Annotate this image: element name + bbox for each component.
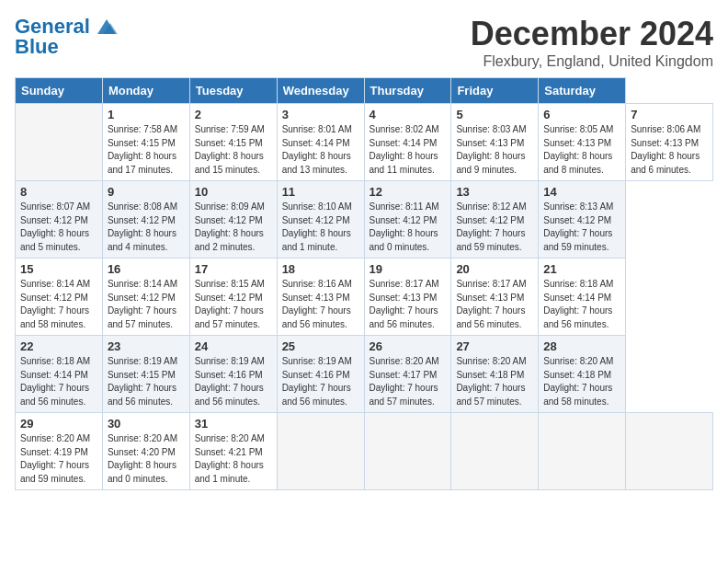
calendar-cell: 2Sunrise: 7:59 AMSunset: 4:15 PMDaylight… bbox=[189, 104, 277, 181]
day-info: Sunrise: 8:17 AMSunset: 4:13 PMDaylight:… bbox=[456, 278, 533, 331]
calendar-cell: 26Sunrise: 8:20 AMSunset: 4:17 PMDayligh… bbox=[364, 336, 451, 413]
day-number: 20 bbox=[456, 262, 533, 276]
day-number: 12 bbox=[370, 185, 447, 199]
calendar-cell: 12Sunrise: 8:11 AMSunset: 4:12 PMDayligh… bbox=[364, 181, 451, 259]
calendar-cell: 7Sunrise: 8:06 AMSunset: 4:13 PMDaylight… bbox=[626, 104, 713, 181]
day-info: Sunrise: 8:05 AMSunset: 4:13 PMDaylight:… bbox=[543, 123, 620, 177]
weekday-header: Monday bbox=[102, 78, 189, 104]
logo: General Blue bbox=[15, 15, 119, 59]
day-info: Sunrise: 8:07 AMSunset: 4:12 PMDaylight:… bbox=[20, 201, 97, 254]
calendar-cell: 27Sunrise: 8:20 AMSunset: 4:18 PMDayligh… bbox=[451, 336, 539, 413]
calendar-cell: 21Sunrise: 8:18 AMSunset: 4:14 PMDayligh… bbox=[539, 259, 626, 336]
calendar-cell: 17Sunrise: 8:15 AMSunset: 4:12 PMDayligh… bbox=[189, 259, 277, 336]
day-info: Sunrise: 8:20 AMSunset: 4:19 PMDaylight:… bbox=[20, 432, 97, 486]
day-number: 9 bbox=[108, 185, 185, 199]
day-info: Sunrise: 8:12 AMSunset: 4:12 PMDaylight:… bbox=[456, 201, 533, 254]
calendar-cell: 6Sunrise: 8:05 AMSunset: 4:13 PMDaylight… bbox=[539, 104, 626, 181]
calendar-cell: 8Sunrise: 8:07 AMSunset: 4:12 PMDaylight… bbox=[16, 181, 103, 259]
calendar-cell: 3Sunrise: 8:01 AMSunset: 4:14 PMDaylight… bbox=[277, 104, 364, 181]
calendar-cell: 20Sunrise: 8:17 AMSunset: 4:13 PMDayligh… bbox=[451, 259, 539, 336]
day-number: 21 bbox=[543, 262, 620, 276]
title-block: December 2024 Flexbury, England, United … bbox=[471, 15, 713, 70]
day-info: Sunrise: 8:08 AMSunset: 4:12 PMDaylight:… bbox=[108, 201, 185, 254]
weekday-header: Saturday bbox=[539, 78, 626, 104]
day-number: 28 bbox=[543, 339, 620, 353]
calendar-cell: 16Sunrise: 8:14 AMSunset: 4:12 PMDayligh… bbox=[102, 259, 189, 336]
day-number: 6 bbox=[543, 108, 620, 121]
day-info: Sunrise: 8:19 AMSunset: 4:16 PMDaylight:… bbox=[282, 355, 359, 408]
calendar-cell: 28Sunrise: 8:20 AMSunset: 4:18 PMDayligh… bbox=[539, 336, 626, 413]
empty-cell bbox=[16, 104, 103, 181]
weekday-header: Tuesday bbox=[189, 78, 277, 104]
day-info: Sunrise: 8:11 AMSunset: 4:12 PMDaylight:… bbox=[370, 201, 447, 254]
calendar-cell: 1Sunrise: 7:58 AMSunset: 4:15 PMDaylight… bbox=[102, 104, 189, 181]
calendar-cell: 13Sunrise: 8:12 AMSunset: 4:12 PMDayligh… bbox=[451, 181, 539, 259]
calendar-cell bbox=[277, 413, 364, 490]
day-number: 23 bbox=[108, 339, 185, 353]
day-info: Sunrise: 8:20 AMSunset: 4:21 PMDaylight:… bbox=[195, 432, 272, 486]
day-number: 5 bbox=[456, 108, 533, 121]
day-info: Sunrise: 8:16 AMSunset: 4:13 PMDaylight:… bbox=[282, 278, 359, 331]
calendar-cell: 4Sunrise: 8:02 AMSunset: 4:14 PMDaylight… bbox=[364, 104, 451, 181]
calendar-cell bbox=[364, 413, 451, 490]
day-number: 17 bbox=[195, 262, 272, 276]
logo-blue-text: Blue bbox=[15, 35, 59, 59]
calendar-cell: 24Sunrise: 8:19 AMSunset: 4:16 PMDayligh… bbox=[189, 336, 277, 413]
weekday-header: Thursday bbox=[364, 78, 451, 104]
calendar-cell bbox=[626, 413, 713, 490]
day-number: 18 bbox=[282, 262, 359, 276]
calendar-cell: 29Sunrise: 8:20 AMSunset: 4:19 PMDayligh… bbox=[16, 413, 103, 490]
weekday-header: Friday bbox=[451, 78, 539, 104]
calendar-cell: 19Sunrise: 8:17 AMSunset: 4:13 PMDayligh… bbox=[364, 259, 451, 336]
day-info: Sunrise: 8:19 AMSunset: 4:16 PMDaylight:… bbox=[195, 355, 272, 408]
day-info: Sunrise: 8:18 AMSunset: 4:14 PMDaylight:… bbox=[543, 278, 620, 331]
day-number: 11 bbox=[282, 185, 359, 199]
day-info: Sunrise: 7:58 AMSunset: 4:15 PMDaylight:… bbox=[108, 123, 185, 177]
calendar-cell: 22Sunrise: 8:18 AMSunset: 4:14 PMDayligh… bbox=[16, 336, 103, 413]
day-number: 4 bbox=[370, 108, 447, 121]
calendar-cell: 10Sunrise: 8:09 AMSunset: 4:12 PMDayligh… bbox=[189, 181, 277, 259]
day-number: 24 bbox=[195, 339, 272, 353]
day-number: 26 bbox=[370, 339, 447, 353]
day-info: Sunrise: 8:19 AMSunset: 4:15 PMDaylight:… bbox=[108, 355, 185, 408]
day-number: 19 bbox=[370, 262, 447, 276]
day-info: Sunrise: 8:14 AMSunset: 4:12 PMDaylight:… bbox=[20, 278, 97, 331]
calendar-cell bbox=[451, 413, 539, 490]
calendar-table: SundayMondayTuesdayWednesdayThursdayFrid… bbox=[15, 77, 713, 490]
day-info: Sunrise: 8:09 AMSunset: 4:12 PMDaylight:… bbox=[195, 201, 272, 254]
calendar-cell: 9Sunrise: 8:08 AMSunset: 4:12 PMDaylight… bbox=[102, 181, 189, 259]
day-number: 15 bbox=[20, 262, 97, 276]
calendar-cell: 18Sunrise: 8:16 AMSunset: 4:13 PMDayligh… bbox=[277, 259, 364, 336]
day-info: Sunrise: 8:14 AMSunset: 4:12 PMDaylight:… bbox=[108, 278, 185, 331]
day-number: 7 bbox=[631, 108, 708, 121]
calendar-cell: 25Sunrise: 8:19 AMSunset: 4:16 PMDayligh… bbox=[277, 336, 364, 413]
calendar-cell: 5Sunrise: 8:03 AMSunset: 4:13 PMDaylight… bbox=[451, 104, 539, 181]
day-number: 13 bbox=[456, 185, 533, 199]
calendar-cell: 11Sunrise: 8:10 AMSunset: 4:12 PMDayligh… bbox=[277, 181, 364, 259]
calendar-cell: 15Sunrise: 8:14 AMSunset: 4:12 PMDayligh… bbox=[16, 259, 103, 336]
day-info: Sunrise: 8:13 AMSunset: 4:12 PMDaylight:… bbox=[543, 201, 620, 254]
day-info: Sunrise: 8:01 AMSunset: 4:14 PMDaylight:… bbox=[282, 123, 359, 177]
location: Flexbury, England, United Kingdom bbox=[471, 53, 713, 70]
day-info: Sunrise: 8:18 AMSunset: 4:14 PMDaylight:… bbox=[20, 355, 97, 408]
calendar-cell bbox=[539, 413, 626, 490]
day-info: Sunrise: 8:20 AMSunset: 4:18 PMDaylight:… bbox=[543, 355, 620, 408]
day-info: Sunrise: 8:02 AMSunset: 4:14 PMDaylight:… bbox=[370, 123, 447, 177]
day-info: Sunrise: 8:15 AMSunset: 4:12 PMDaylight:… bbox=[195, 278, 272, 331]
calendar-cell: 31Sunrise: 8:20 AMSunset: 4:21 PMDayligh… bbox=[189, 413, 277, 490]
month-title: December 2024 bbox=[471, 15, 713, 53]
day-number: 31 bbox=[195, 417, 272, 431]
day-number: 14 bbox=[543, 185, 620, 199]
day-info: Sunrise: 8:06 AMSunset: 4:13 PMDaylight:… bbox=[631, 123, 708, 177]
day-info: Sunrise: 8:03 AMSunset: 4:13 PMDaylight:… bbox=[456, 123, 533, 177]
day-number: 3 bbox=[282, 108, 359, 121]
day-number: 25 bbox=[282, 339, 359, 353]
day-number: 29 bbox=[20, 417, 97, 431]
calendar-cell: 30Sunrise: 8:20 AMSunset: 4:20 PMDayligh… bbox=[102, 413, 189, 490]
calendar-cell: 14Sunrise: 8:13 AMSunset: 4:12 PMDayligh… bbox=[539, 181, 626, 259]
day-number: 22 bbox=[20, 339, 97, 353]
logo-icon bbox=[94, 17, 119, 36]
day-info: Sunrise: 8:20 AMSunset: 4:17 PMDaylight:… bbox=[370, 355, 447, 408]
day-info: Sunrise: 8:17 AMSunset: 4:13 PMDaylight:… bbox=[370, 278, 447, 331]
day-number: 30 bbox=[108, 417, 185, 431]
